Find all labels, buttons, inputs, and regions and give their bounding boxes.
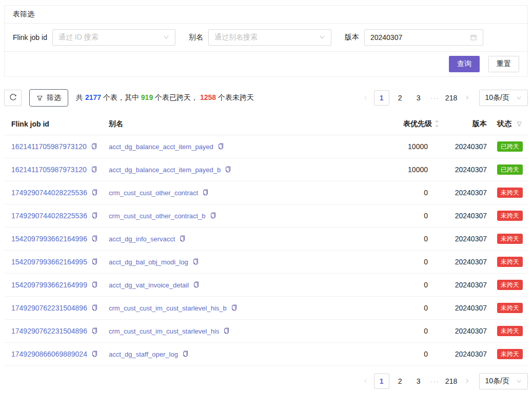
status-cell: 未跨天 bbox=[492, 297, 528, 320]
alias-link[interactable]: acct_dg_bal_obj_modi_log bbox=[109, 258, 188, 266]
copy-icon[interactable] bbox=[231, 304, 238, 311]
alias-cell: acct_dg_vat_invoice_detail bbox=[105, 274, 377, 297]
page-button-1[interactable]: 1 bbox=[374, 90, 389, 106]
alias-cell: acct_dg_balance_acct_item_payed_b bbox=[105, 158, 377, 181]
status-cell: 未跨天 bbox=[492, 204, 528, 227]
filter-panel-title: 表筛选 bbox=[5, 6, 527, 24]
table-row: 1542097993662164999 acct_dg_vat_invoice_… bbox=[4, 274, 528, 297]
next-page-button[interactable] bbox=[461, 374, 474, 389]
table-footer: 1 2 3 ··· 218 10条/页 bbox=[4, 373, 528, 389]
page-size-select[interactable]: 10条/页 bbox=[479, 373, 528, 389]
page-ellipsis[interactable]: ··· bbox=[428, 94, 442, 102]
alias-link[interactable]: crm_cust_cust_other_contract_b bbox=[109, 212, 206, 220]
copy-icon[interactable] bbox=[179, 235, 186, 242]
copy-icon[interactable] bbox=[91, 189, 98, 196]
copy-icon[interactable] bbox=[210, 212, 216, 219]
filter-button[interactable]: 筛选 bbox=[29, 89, 68, 107]
alias-link[interactable]: crm_cust_cust_im_cust_starlevel_his bbox=[109, 327, 219, 335]
page-button-2[interactable]: 2 bbox=[392, 374, 408, 389]
copy-icon[interactable] bbox=[91, 281, 98, 288]
alias-link[interactable]: acct_dg_balance_acct_item_payed_b bbox=[109, 166, 221, 174]
flink-job-id-link[interactable]: 1621411705987973120 bbox=[11, 142, 87, 151]
page: 表筛选 Flink job id 通过 ID 搜索 别名 通过别名搜索 版本 bbox=[0, 0, 532, 393]
copy-icon[interactable] bbox=[91, 143, 97, 150]
flink-job-id-cell: 1621411705987973120 bbox=[4, 158, 105, 181]
copy-icon[interactable] bbox=[182, 350, 189, 357]
page-size-select[interactable]: 10条/页 bbox=[479, 90, 528, 106]
copy-icon[interactable] bbox=[218, 143, 224, 150]
alias-label: 别名 bbox=[189, 33, 203, 42]
version-date-input[interactable]: 20240307 bbox=[364, 29, 483, 46]
page-button-1[interactable]: 1 bbox=[374, 374, 389, 389]
flink-job-id-link[interactable]: 1749290866069889024 bbox=[11, 350, 87, 358]
table-toolbar: 筛选 共 2177 个表，其中 919 个表已跨天， 1258 个表未跨天 1 … bbox=[4, 89, 528, 107]
alias-cell: acct_dg_info_servacct bbox=[105, 227, 377, 251]
alias-link[interactable]: acct_dg_balance_acct_item_payed bbox=[109, 143, 213, 151]
prev-page-button[interactable] bbox=[359, 90, 372, 106]
copy-icon[interactable] bbox=[202, 189, 209, 196]
filter-button-label: 筛选 bbox=[47, 93, 61, 102]
alias-link[interactable]: crm_cust_cust_im_cust_starlevel_his_b bbox=[109, 304, 227, 312]
page-button-3[interactable]: 3 bbox=[411, 374, 426, 389]
version-value: 20240307 bbox=[370, 33, 402, 42]
alias-cell: crm_cust_cust_other_contract_b bbox=[105, 204, 377, 227]
alias-cell: crm_cust_cust_im_cust_starlevel_his_b bbox=[105, 297, 377, 320]
uncrossed-count: 1258 bbox=[200, 93, 216, 101]
page-ellipsis[interactable]: ··· bbox=[428, 377, 442, 385]
table-body: 1621411705987973120 acct_dg_balance_acct… bbox=[4, 135, 528, 366]
page-button-2[interactable]: 2 bbox=[392, 90, 408, 106]
copy-icon[interactable] bbox=[91, 258, 98, 265]
copy-icon[interactable] bbox=[91, 350, 98, 357]
table-row: 1621411705987973120 acct_dg_balance_acct… bbox=[4, 158, 528, 181]
flink-job-id-link[interactable]: 1749290762231504896 bbox=[11, 304, 87, 312]
page-button-218[interactable]: 218 bbox=[444, 90, 459, 106]
prev-page-button[interactable] bbox=[359, 374, 372, 389]
copy-icon[interactable] bbox=[91, 327, 98, 334]
alias-link[interactable]: acct_dg_staff_oper_log bbox=[109, 350, 178, 358]
flink-job-id-cell: 1749290744028225536 bbox=[4, 181, 105, 204]
status-filter-icon[interactable] bbox=[516, 121, 522, 127]
version-cell: 20240307 bbox=[443, 135, 492, 158]
copy-icon[interactable] bbox=[91, 235, 98, 242]
flink-job-id-link[interactable]: 1749290744028225536 bbox=[11, 189, 87, 197]
reset-button[interactable]: 重置 bbox=[488, 56, 519, 72]
copy-icon[interactable] bbox=[91, 304, 98, 311]
copy-icon[interactable] bbox=[223, 327, 230, 334]
chevron-down-icon bbox=[319, 34, 325, 40]
sort-icon[interactable] bbox=[435, 119, 439, 129]
flink-job-id-link[interactable]: 1542097993662164996 bbox=[11, 235, 87, 243]
priority-cell: 0 bbox=[377, 251, 443, 274]
flink-job-id-link[interactable]: 1621411705987973120 bbox=[11, 166, 87, 174]
alias-link[interactable]: acct_dg_info_servacct bbox=[109, 235, 175, 243]
copy-icon[interactable] bbox=[225, 166, 231, 173]
header-flink-job-id: Flink job id bbox=[4, 113, 105, 135]
page-button-218[interactable]: 218 bbox=[444, 374, 459, 389]
flink-job-id-cell: 1749290762231504896 bbox=[4, 297, 105, 320]
next-page-button[interactable] bbox=[461, 90, 474, 106]
flink-job-id-select[interactable]: 通过 ID 搜索 bbox=[52, 29, 175, 46]
filter-actions-row: 查询 重置 bbox=[5, 52, 527, 76]
pagination-top: 1 2 3 ··· 218 10条/页 bbox=[359, 90, 528, 106]
page-button-3[interactable]: 3 bbox=[411, 90, 426, 106]
refresh-button[interactable] bbox=[4, 90, 22, 106]
flink-job-id-cell: 1749290762231504896 bbox=[4, 320, 105, 343]
flink-job-id-link[interactable]: 1749290744028225536 bbox=[11, 212, 87, 220]
flink-job-id-cell: 1749290744028225536 bbox=[4, 204, 105, 227]
alias-link[interactable]: acct_dg_vat_invoice_detail bbox=[109, 281, 189, 289]
status-cell: 未跨天 bbox=[492, 227, 528, 251]
flink-job-id-link[interactable]: 1542097993662164995 bbox=[11, 258, 87, 266]
version-cell: 20240307 bbox=[443, 320, 492, 343]
version-cell: 20240307 bbox=[443, 181, 492, 204]
status-badge: 已跨天 bbox=[497, 164, 523, 175]
copy-icon[interactable] bbox=[192, 258, 199, 265]
copy-icon[interactable] bbox=[91, 166, 97, 173]
status-cell: 未跨天 bbox=[492, 251, 528, 274]
copy-icon[interactable] bbox=[91, 212, 98, 219]
flink-job-id-link[interactable]: 1542097993662164999 bbox=[11, 281, 87, 289]
query-button[interactable]: 查询 bbox=[449, 56, 480, 72]
alias-select[interactable]: 通过别名搜索 bbox=[208, 29, 331, 46]
copy-icon[interactable] bbox=[193, 281, 200, 288]
chevron-down-icon bbox=[516, 95, 522, 101]
flink-job-id-link[interactable]: 1749290762231504896 bbox=[11, 327, 87, 335]
alias-link[interactable]: crm_cust_cust_other_contract bbox=[109, 189, 198, 197]
